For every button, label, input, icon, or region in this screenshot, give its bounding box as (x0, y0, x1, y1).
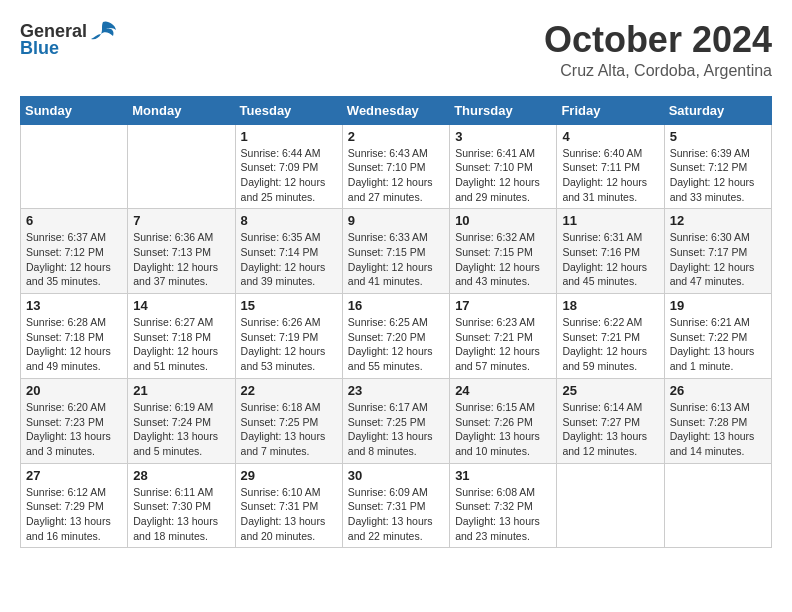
calendar-day-5: 5Sunrise: 6:39 AM Sunset: 7:12 PM Daylig… (664, 124, 771, 209)
day-number: 31 (455, 468, 551, 483)
day-info: Sunrise: 6:14 AM Sunset: 7:27 PM Dayligh… (562, 400, 658, 459)
calendar-day-18: 18Sunrise: 6:22 AM Sunset: 7:21 PM Dayli… (557, 294, 664, 379)
calendar-day-7: 7Sunrise: 6:36 AM Sunset: 7:13 PM Daylig… (128, 209, 235, 294)
day-number: 22 (241, 383, 337, 398)
day-info: Sunrise: 6:12 AM Sunset: 7:29 PM Dayligh… (26, 485, 122, 544)
calendar-week-row: 13Sunrise: 6:28 AM Sunset: 7:18 PM Dayli… (21, 294, 772, 379)
day-info: Sunrise: 6:23 AM Sunset: 7:21 PM Dayligh… (455, 315, 551, 374)
month-title: October 2024 (544, 20, 772, 60)
calendar-day-8: 8Sunrise: 6:35 AM Sunset: 7:14 PM Daylig… (235, 209, 342, 294)
day-number: 3 (455, 129, 551, 144)
calendar-day-31: 31Sunrise: 6:08 AM Sunset: 7:32 PM Dayli… (450, 463, 557, 548)
day-info: Sunrise: 6:25 AM Sunset: 7:20 PM Dayligh… (348, 315, 444, 374)
day-info: Sunrise: 6:41 AM Sunset: 7:10 PM Dayligh… (455, 146, 551, 205)
day-info: Sunrise: 6:15 AM Sunset: 7:26 PM Dayligh… (455, 400, 551, 459)
day-info: Sunrise: 6:30 AM Sunset: 7:17 PM Dayligh… (670, 230, 766, 289)
day-info: Sunrise: 6:27 AM Sunset: 7:18 PM Dayligh… (133, 315, 229, 374)
calendar-day-26: 26Sunrise: 6:13 AM Sunset: 7:28 PM Dayli… (664, 378, 771, 463)
day-number: 30 (348, 468, 444, 483)
calendar-week-row: 20Sunrise: 6:20 AM Sunset: 7:23 PM Dayli… (21, 378, 772, 463)
day-info: Sunrise: 6:17 AM Sunset: 7:25 PM Dayligh… (348, 400, 444, 459)
day-info: Sunrise: 6:08 AM Sunset: 7:32 PM Dayligh… (455, 485, 551, 544)
day-info: Sunrise: 6:33 AM Sunset: 7:15 PM Dayligh… (348, 230, 444, 289)
location-subtitle: Cruz Alta, Cordoba, Argentina (544, 62, 772, 80)
day-info: Sunrise: 6:10 AM Sunset: 7:31 PM Dayligh… (241, 485, 337, 544)
calendar-day-28: 28Sunrise: 6:11 AM Sunset: 7:30 PM Dayli… (128, 463, 235, 548)
calendar-day-19: 19Sunrise: 6:21 AM Sunset: 7:22 PM Dayli… (664, 294, 771, 379)
day-info: Sunrise: 6:13 AM Sunset: 7:28 PM Dayligh… (670, 400, 766, 459)
day-info: Sunrise: 6:35 AM Sunset: 7:14 PM Dayligh… (241, 230, 337, 289)
day-number: 16 (348, 298, 444, 313)
calendar-day-20: 20Sunrise: 6:20 AM Sunset: 7:23 PM Dayli… (21, 378, 128, 463)
day-number: 9 (348, 213, 444, 228)
day-number: 13 (26, 298, 122, 313)
day-info: Sunrise: 6:28 AM Sunset: 7:18 PM Dayligh… (26, 315, 122, 374)
day-info: Sunrise: 6:26 AM Sunset: 7:19 PM Dayligh… (241, 315, 337, 374)
page-header: General Blue October 2024 Cruz Alta, Cor… (20, 20, 772, 80)
day-info: Sunrise: 6:39 AM Sunset: 7:12 PM Dayligh… (670, 146, 766, 205)
day-number: 4 (562, 129, 658, 144)
calendar-day-10: 10Sunrise: 6:32 AM Sunset: 7:15 PM Dayli… (450, 209, 557, 294)
day-number: 2 (348, 129, 444, 144)
calendar-week-row: 27Sunrise: 6:12 AM Sunset: 7:29 PM Dayli… (21, 463, 772, 548)
calendar-empty-cell (21, 124, 128, 209)
weekday-header-friday: Friday (557, 96, 664, 124)
calendar-empty-cell (128, 124, 235, 209)
day-number: 20 (26, 383, 122, 398)
day-info: Sunrise: 6:43 AM Sunset: 7:10 PM Dayligh… (348, 146, 444, 205)
calendar-day-14: 14Sunrise: 6:27 AM Sunset: 7:18 PM Dayli… (128, 294, 235, 379)
weekday-header-monday: Monday (128, 96, 235, 124)
logo: General Blue (20, 20, 119, 59)
calendar-empty-cell (557, 463, 664, 548)
calendar-day-4: 4Sunrise: 6:40 AM Sunset: 7:11 PM Daylig… (557, 124, 664, 209)
weekday-header-sunday: Sunday (21, 96, 128, 124)
day-number: 5 (670, 129, 766, 144)
calendar-day-22: 22Sunrise: 6:18 AM Sunset: 7:25 PM Dayli… (235, 378, 342, 463)
calendar-day-23: 23Sunrise: 6:17 AM Sunset: 7:25 PM Dayli… (342, 378, 449, 463)
calendar-day-21: 21Sunrise: 6:19 AM Sunset: 7:24 PM Dayli… (128, 378, 235, 463)
day-number: 26 (670, 383, 766, 398)
calendar-day-29: 29Sunrise: 6:10 AM Sunset: 7:31 PM Dayli… (235, 463, 342, 548)
calendar-day-11: 11Sunrise: 6:31 AM Sunset: 7:16 PM Dayli… (557, 209, 664, 294)
weekday-header-saturday: Saturday (664, 96, 771, 124)
day-number: 28 (133, 468, 229, 483)
day-number: 12 (670, 213, 766, 228)
calendar-day-17: 17Sunrise: 6:23 AM Sunset: 7:21 PM Dayli… (450, 294, 557, 379)
day-number: 23 (348, 383, 444, 398)
calendar-day-13: 13Sunrise: 6:28 AM Sunset: 7:18 PM Dayli… (21, 294, 128, 379)
day-info: Sunrise: 6:37 AM Sunset: 7:12 PM Dayligh… (26, 230, 122, 289)
day-info: Sunrise: 6:09 AM Sunset: 7:31 PM Dayligh… (348, 485, 444, 544)
calendar-empty-cell (664, 463, 771, 548)
calendar-week-row: 1Sunrise: 6:44 AM Sunset: 7:09 PM Daylig… (21, 124, 772, 209)
calendar-day-16: 16Sunrise: 6:25 AM Sunset: 7:20 PM Dayli… (342, 294, 449, 379)
day-info: Sunrise: 6:11 AM Sunset: 7:30 PM Dayligh… (133, 485, 229, 544)
day-info: Sunrise: 6:20 AM Sunset: 7:23 PM Dayligh… (26, 400, 122, 459)
calendar-week-row: 6Sunrise: 6:37 AM Sunset: 7:12 PM Daylig… (21, 209, 772, 294)
day-number: 11 (562, 213, 658, 228)
calendar-header-row: SundayMondayTuesdayWednesdayThursdayFrid… (21, 96, 772, 124)
day-number: 24 (455, 383, 551, 398)
day-number: 15 (241, 298, 337, 313)
day-number: 6 (26, 213, 122, 228)
day-number: 7 (133, 213, 229, 228)
title-area: October 2024 Cruz Alta, Cordoba, Argenti… (544, 20, 772, 80)
logo-bird-icon (89, 20, 117, 42)
weekday-header-wednesday: Wednesday (342, 96, 449, 124)
weekday-header-tuesday: Tuesday (235, 96, 342, 124)
day-number: 21 (133, 383, 229, 398)
day-info: Sunrise: 6:18 AM Sunset: 7:25 PM Dayligh… (241, 400, 337, 459)
day-number: 14 (133, 298, 229, 313)
calendar-day-3: 3Sunrise: 6:41 AM Sunset: 7:10 PM Daylig… (450, 124, 557, 209)
day-number: 17 (455, 298, 551, 313)
calendar-day-25: 25Sunrise: 6:14 AM Sunset: 7:27 PM Dayli… (557, 378, 664, 463)
day-info: Sunrise: 6:21 AM Sunset: 7:22 PM Dayligh… (670, 315, 766, 374)
day-number: 18 (562, 298, 658, 313)
day-number: 10 (455, 213, 551, 228)
calendar-day-12: 12Sunrise: 6:30 AM Sunset: 7:17 PM Dayli… (664, 209, 771, 294)
day-info: Sunrise: 6:44 AM Sunset: 7:09 PM Dayligh… (241, 146, 337, 205)
day-info: Sunrise: 6:40 AM Sunset: 7:11 PM Dayligh… (562, 146, 658, 205)
calendar-table: SundayMondayTuesdayWednesdayThursdayFrid… (20, 96, 772, 549)
calendar-day-24: 24Sunrise: 6:15 AM Sunset: 7:26 PM Dayli… (450, 378, 557, 463)
day-number: 8 (241, 213, 337, 228)
day-info: Sunrise: 6:22 AM Sunset: 7:21 PM Dayligh… (562, 315, 658, 374)
